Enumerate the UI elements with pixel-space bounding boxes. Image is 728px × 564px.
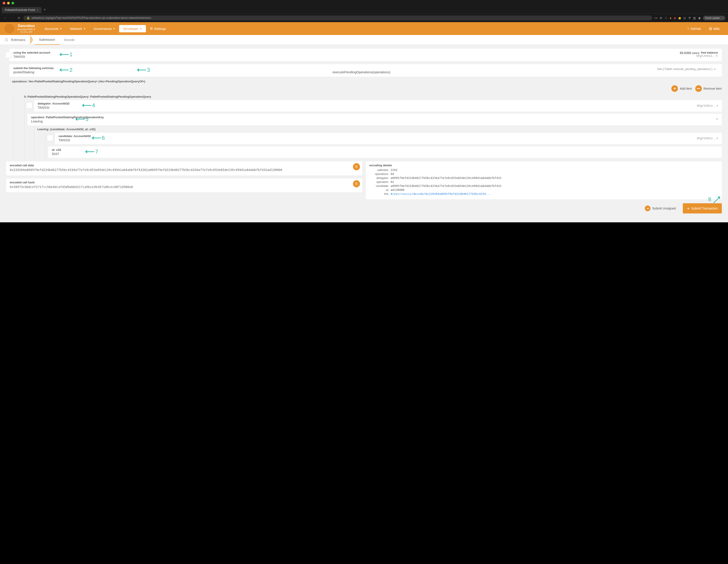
chevron-down-icon: ▼ xyxy=(33,28,35,31)
encoding-details-card: encoding details callindex2202 operation… xyxy=(366,161,722,199)
decode-link[interactable]: #/extrinsics/decode/0x220204a0095f9efd22… xyxy=(391,192,718,196)
chevron-down-icon: ▼ xyxy=(140,27,142,30)
operation-field[interactable]: operation: PalletPooledStakingPendingOpe… xyxy=(27,114,722,125)
tab-decode[interactable]: Decode xyxy=(60,35,79,45)
back-icon[interactable]: ← xyxy=(3,16,8,20)
forward-icon[interactable]: → xyxy=(10,16,15,20)
account-value: TANSSI xyxy=(13,55,718,58)
chevron-down-icon: ▼ xyxy=(113,27,115,30)
book-icon: ▤ xyxy=(709,27,712,31)
chain-selector[interactable]: Dancebox dancebox/500 ▼ #1,511,187 xyxy=(17,24,35,33)
copy-icon: ⎘ xyxy=(355,165,358,169)
nav-wiki[interactable]: ▤Wiki xyxy=(705,27,724,31)
tab-title: Polkadot/Substrate Portal xyxy=(5,8,35,12)
sidepanel-icon[interactable]: ▥ xyxy=(693,16,696,20)
chevron-down-icon: ▼ xyxy=(716,55,718,57)
copy-call-hash-button[interactable]: ⎘ xyxy=(353,180,360,187)
close-tab-icon[interactable]: × xyxy=(37,8,38,12)
puzzle-icon[interactable]: ⧩ xyxy=(688,16,691,20)
pallet-selector[interactable]: submit the following extrinsic pooledSta… xyxy=(13,66,330,74)
ext-icon[interactable]: ◼ xyxy=(678,16,681,20)
vec-actions: +Add item −Remove item xyxy=(6,85,722,92)
nav-github[interactable]: ⑂GitHub xyxy=(683,27,705,31)
param-section-title: operations: Vec<PalletPooledStakingPendi… xyxy=(12,80,722,83)
identicon-icon xyxy=(5,52,12,58)
chevron-down-icon: ▼ xyxy=(716,137,718,140)
identicon-icon xyxy=(47,135,53,142)
encoded-call-data-card: encoded call data 0x220204a0095f9efd224b… xyxy=(6,161,362,175)
identicon-icon xyxy=(26,102,32,109)
url-text: polkadot.js.org/apps/?rpc=wss%3A%2F%2Ffr… xyxy=(32,16,151,19)
browser-tab[interactable]: Polkadot/Substrate Portal × xyxy=(2,7,41,13)
add-item-button[interactable]: +Add item xyxy=(671,85,692,92)
lock-icon: 🔒 xyxy=(27,16,30,19)
copy-call-data-button[interactable]: ⎘ xyxy=(353,163,360,170)
candidate-field[interactable]: candidate: AccountId32 TANSSI 5FgYJYKVJ.… xyxy=(55,133,722,144)
nav-settings[interactable]: ⚙Settings xyxy=(146,27,170,31)
signin-icon: ➜ xyxy=(687,207,689,210)
chain-logo-icon[interactable] xyxy=(4,24,14,33)
ext-icon[interactable]: ◆ xyxy=(674,16,676,20)
zoom-icon[interactable]: ⊕ xyxy=(660,16,662,20)
plus-icon: + xyxy=(671,85,678,92)
copy-icon: ⎘ xyxy=(355,182,358,186)
page-title: Extrinsics xyxy=(11,38,30,42)
ext-icon[interactable]: ● xyxy=(670,16,671,20)
browser-tab-bar: Polkadot/Substrate Portal × + xyxy=(0,6,728,14)
nav-network[interactable]: Network▼ xyxy=(66,27,90,31)
account-label: using the selected account xyxy=(13,51,718,54)
nav-developer[interactable]: Developer▼ xyxy=(119,25,146,32)
separator-icon xyxy=(30,35,35,45)
url-field[interactable]: 🔒 polkadot.js.org/apps/?rpc=wss%3A%2F%2F… xyxy=(23,16,652,20)
call-doc-link: See [`Pallet::execute_pending_operations… xyxy=(657,67,716,71)
profile-icon[interactable]: ◉ xyxy=(698,16,701,20)
finish-update-button[interactable]: Finish update⋮ xyxy=(703,16,725,20)
gear-icon: ⚙ xyxy=(150,27,153,31)
app-top-nav: Dancebox dancebox/500 ▼ #1,511,187 Accou… xyxy=(0,22,728,35)
delegator-field[interactable]: delegator: AccountId32 TANSSI 5FgYJYKVJ.… xyxy=(34,100,722,112)
remove-item-button[interactable]: −Remove item xyxy=(695,85,722,92)
encoded-call-hash: 0x58973c0ddcef2717cc56e4dcafd3d9abb4217c… xyxy=(10,185,359,189)
chevron-down-icon: ▼ xyxy=(716,118,718,120)
balance-value: 69.6399 DANCE xyxy=(680,51,700,55)
branch-icon: ⑂ xyxy=(687,27,689,31)
minimize-window-icon[interactable] xyxy=(7,2,10,4)
at-field[interactable]: at: u32 5037 7 xyxy=(48,146,722,158)
submit-transaction-button[interactable]: ➜Submit Transaction xyxy=(683,203,722,213)
nav-governance[interactable]: Governance▼ xyxy=(90,27,119,31)
chevron-down-icon: ▼ xyxy=(716,105,718,107)
signin-icon: ➜ xyxy=(645,205,651,211)
tab-submission[interactable]: Submission xyxy=(35,35,59,45)
encoded-call-data: 0x220204a0095f9efd224b46277b5bc4334a77e7… xyxy=(10,168,359,172)
window-controls xyxy=(0,0,728,6)
ext-icon[interactable]: ◎ xyxy=(683,16,686,20)
account-selector-card[interactable]: using the selected account TANSSI free b… xyxy=(9,49,722,61)
chevron-down-icon: ▼ xyxy=(60,27,62,30)
star-icon[interactable]: ☆ xyxy=(664,16,667,20)
sub-nav: ☖ Extrinsics Submission Decode xyxy=(0,35,728,45)
submit-unsigned-button[interactable]: ➜Submit Unsigned xyxy=(641,203,680,213)
submit-row: ➜Submit Unsigned ➜Submit Transaction 8 xyxy=(6,203,722,213)
browser-url-bar: ← → ⟳ 🔒 polkadot.js.org/apps/?rpc=wss%3A… xyxy=(0,14,728,22)
maximize-window-icon[interactable] xyxy=(12,2,14,4)
item-header: 0: PalletPooledStakingPendingOperationQu… xyxy=(24,95,722,98)
leaving-struct-label: Leaving: {candidate: AccountId32, at: u3… xyxy=(37,128,722,131)
encoded-call-hash-card: encoded call hash 0x58973c0ddcef2717cc56… xyxy=(6,178,362,192)
new-tab-button[interactable]: + xyxy=(44,8,46,12)
nav-accounts[interactable]: Accounts▼ xyxy=(41,27,66,31)
extrinsics-icon: ☖ xyxy=(0,38,11,42)
chevron-down-icon: ▼ xyxy=(83,27,86,30)
minus-icon: − xyxy=(695,85,702,92)
extrinsic-selector-card: submit the following extrinsic pooledSta… xyxy=(9,64,722,77)
key-icon[interactable]: ⊶ xyxy=(654,16,657,20)
reload-icon[interactable]: ⟳ xyxy=(17,16,21,20)
chevron-down-icon[interactable]: ▼ xyxy=(714,68,716,70)
close-window-icon[interactable] xyxy=(3,2,5,4)
page-content: using the selected account TANSSI free b… xyxy=(0,45,728,222)
